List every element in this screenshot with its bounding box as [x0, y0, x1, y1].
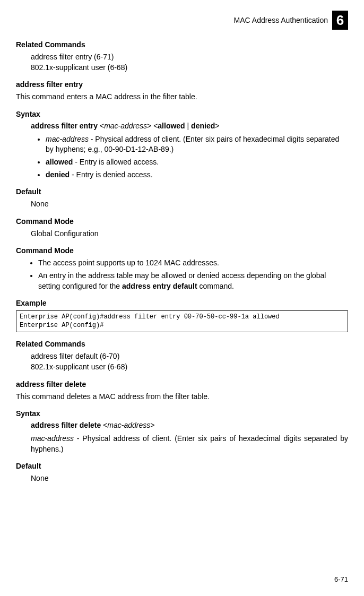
param-keyword: allowed: [46, 158, 73, 166]
header-title: MAC Address Authentication: [234, 16, 328, 24]
syntax-gt: >: [147, 122, 151, 130]
syntax-lt: <: [100, 122, 104, 130]
default-heading: Default: [16, 462, 348, 470]
syntax-gt: >: [150, 421, 154, 429]
command-title: address filter entry: [16, 80, 348, 89]
syntax-param: mac-address: [107, 421, 150, 429]
command-mode-heading: Command Mode: [16, 217, 348, 226]
param-name: mac-address: [31, 434, 74, 443]
list-item: denied - Entry is denied access.: [46, 170, 348, 180]
command-mode-value: Global Configuration: [31, 229, 348, 239]
note-keyword: address entry default: [122, 282, 197, 290]
param-desc: - Entry is allowed access.: [73, 158, 159, 166]
syntax-heading: Syntax: [16, 409, 348, 418]
command-description: This command enters a MAC address in the…: [16, 92, 348, 102]
syntax-command: address filter delete: [31, 421, 101, 429]
param-desc: - Entry is denied access.: [70, 170, 152, 179]
chapter-number-box: 6: [332, 11, 348, 30]
default-heading: Default: [16, 187, 348, 196]
param-name: mac-address: [46, 135, 89, 143]
page-header: MAC Address Authentication 6: [16, 11, 348, 30]
list-item: mac-address - Physical address of client…: [46, 134, 348, 155]
syntax-allowed: allowed: [158, 122, 185, 130]
list-item: allowed - Entry is allowed access.: [46, 157, 348, 168]
command-mode-heading-2: Command Mode: [16, 246, 348, 255]
related-commands-heading: Related Commands: [16, 40, 348, 49]
related-command-item: address filter entry (6-71): [31, 52, 348, 63]
related-commands-list: address filter entry (6-71) 802.1x-suppl…: [31, 52, 348, 73]
command-mode-notes: The access point supports up to 1024 MAC…: [38, 258, 348, 291]
related-command-item: 802.1x-supplicant user (6-68): [31, 362, 348, 373]
page-number: 6-71: [334, 575, 348, 583]
param-keyword: denied: [46, 170, 70, 179]
list-item: The access point supports up to 1024 MAC…: [38, 258, 348, 269]
syntax-pipe: |: [185, 122, 191, 130]
syntax-param-list: mac-address - Physical address of client…: [46, 134, 348, 180]
related-command-item: 802.1x-supplicant user (6-68): [31, 63, 348, 73]
related-commands-list: address filter default (6-70) 802.1x-sup…: [31, 351, 348, 372]
default-value: None: [31, 199, 348, 210]
syntax-denied: denied: [191, 122, 215, 130]
syntax-heading: Syntax: [16, 110, 348, 118]
param-desc: - Physical address of client. (Enter six…: [46, 135, 339, 154]
list-item: An entry in the address table may be all…: [38, 271, 348, 291]
param-desc: - Physical address of client. (Enter six…: [31, 434, 348, 453]
param-description: mac-address - Physical address of client…: [31, 434, 348, 454]
page-container: MAC Address Authentication 6 Related Com…: [0, 0, 364, 511]
default-value: None: [31, 473, 348, 484]
syntax-gt2: >: [215, 122, 219, 130]
related-commands-heading: Related Commands: [16, 340, 348, 348]
command-title: address filter delete: [16, 380, 348, 388]
related-command-item: address filter default (6-70): [31, 351, 348, 362]
command-description: This command deletes a MAC address from …: [16, 392, 348, 402]
syntax-command: address filter entry: [31, 122, 98, 130]
example-heading: Example: [16, 299, 348, 307]
note-text: command.: [197, 282, 234, 290]
example-code: Enterprise AP(config)#address filter ent…: [16, 310, 348, 332]
syntax-param: mac-address: [104, 122, 147, 130]
syntax-text: address filter entry <mac-address> <allo…: [31, 122, 348, 130]
syntax-text: address filter delete <mac-address>: [31, 421, 348, 429]
